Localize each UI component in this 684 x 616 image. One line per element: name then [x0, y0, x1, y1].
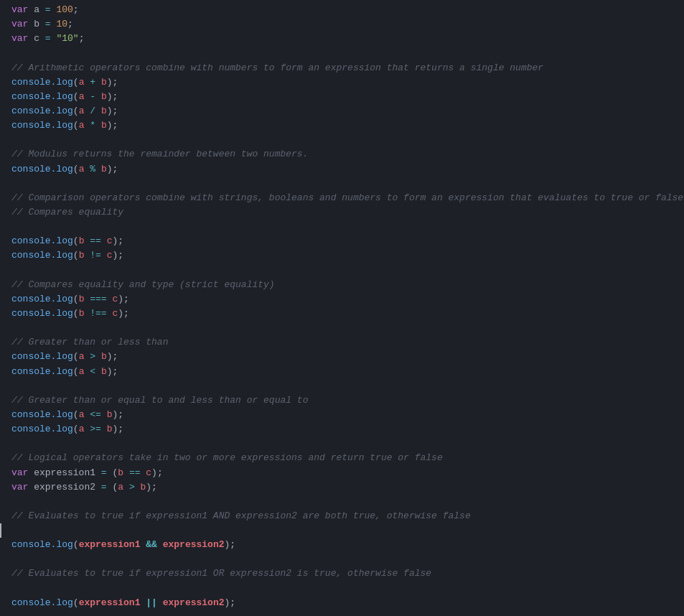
- token-fn: console.log: [11, 77, 73, 88]
- code-content: console.log(a < b);: [11, 365, 684, 379]
- token-plain: (: [73, 294, 79, 304]
- token-op: /: [90, 106, 95, 116]
- token-op: >: [129, 482, 135, 493]
- token-var-name: b: [101, 164, 107, 174]
- token-bold-var: expression1: [79, 539, 141, 550]
- code-content: var expression2 = (a > b);: [11, 480, 684, 495]
- token-plain: (: [73, 77, 79, 88]
- code-content: // Greater than or less than: [11, 335, 684, 350]
- token-plain: (: [73, 250, 79, 261]
- token-plain: [157, 597, 163, 608]
- code-line: [0, 263, 684, 278]
- code-content: [11, 610, 684, 616]
- token-plain: (: [73, 366, 79, 377]
- token-plain: (: [73, 91, 79, 102]
- code-content: [11, 263, 684, 278]
- token-plain: [95, 91, 101, 102]
- token-plain: a: [28, 4, 44, 15]
- token-op: <=: [90, 409, 101, 420]
- code-line: // Comparison operators combine with str…: [0, 191, 684, 205]
- token-op: ===: [90, 294, 106, 304]
- code-line: // Arithmetic operators combine with num…: [0, 61, 684, 75]
- token-op: =: [45, 4, 51, 15]
- token-comment: // Logical operators take in two or more…: [11, 452, 443, 463]
- token-var-name: b: [107, 424, 113, 434]
- token-plain: (: [107, 482, 118, 493]
- token-plain: );: [225, 539, 236, 550]
- token-fn: console.log: [11, 120, 73, 131]
- code-content: console.log(b != c);: [11, 248, 684, 263]
- token-plain: [135, 482, 141, 493]
- code-line: [0, 552, 684, 566]
- token-plain: );: [113, 424, 124, 434]
- token-op: +: [90, 77, 95, 88]
- token-comment: // Evaluates to true if expression1 OR e…: [11, 568, 431, 579]
- code-line: console.log(a % b);: [0, 162, 684, 177]
- code-line: // Evaluates to true if expression1 OR e…: [0, 566, 684, 581]
- token-fn: console.log: [11, 597, 73, 608]
- token-op: =: [101, 467, 107, 478]
- token-plain: [95, 164, 101, 174]
- token-plain: b: [28, 19, 44, 29]
- token-plain: [157, 539, 163, 550]
- code-content: console.log(b !== c);: [11, 307, 684, 321]
- code-content: console.log(a <= b);: [11, 408, 684, 422]
- token-comment: // Arithmetic operators combine with num…: [11, 62, 543, 73]
- token-plain: );: [107, 91, 118, 102]
- token-fn: console.log: [11, 539, 73, 550]
- token-op: !=: [90, 250, 101, 261]
- token-comment: // Greater than or less than: [11, 337, 168, 347]
- token-kw: var: [11, 33, 28, 44]
- code-content: [11, 437, 684, 451]
- token-var-name: c: [146, 467, 151, 478]
- code-content: // Compares equality and type (strict eq…: [11, 278, 684, 292]
- token-plain: [95, 120, 101, 131]
- code-line: console.log(a / b);: [0, 104, 684, 118]
- token-plain: );: [107, 77, 118, 88]
- code-content: [11, 552, 684, 566]
- code-content: // Comparison operators combine with str…: [11, 191, 684, 205]
- code-content: var a = 100;: [11, 3, 684, 17]
- code-editor: var a = 100;var b = 10;var c = "10"; // …: [0, 0, 684, 616]
- token-var-name: b: [101, 366, 107, 377]
- token-plain: );: [146, 482, 157, 493]
- code-content: console.log(a % b);: [11, 162, 684, 177]
- token-plain: );: [118, 308, 129, 319]
- token-kw: var: [11, 4, 28, 15]
- code-line: [0, 437, 684, 451]
- code-content: [11, 46, 684, 60]
- token-bold-var: expression2: [163, 539, 225, 550]
- token-plain: [95, 77, 101, 88]
- code-line: [0, 133, 684, 147]
- token-fn: console.log: [11, 424, 73, 434]
- token-var-name: b: [101, 91, 107, 102]
- token-op: =: [45, 19, 51, 29]
- code-line: var a = 100;: [0, 3, 684, 17]
- code-line: console.log(b === c);: [0, 292, 684, 307]
- code-content: [11, 581, 684, 595]
- token-fn: console.log: [11, 366, 73, 377]
- code-content: console.log(a > b);: [11, 350, 684, 364]
- token-comment: // Compares equality and type (strict eq…: [11, 279, 275, 290]
- token-op: *: [90, 120, 95, 131]
- token-comment: // Comparison operators combine with str…: [11, 192, 683, 203]
- token-plain: [123, 482, 129, 493]
- token-var-name: a: [118, 482, 123, 493]
- code-line: [0, 379, 684, 393]
- token-plain: );: [113, 235, 124, 246]
- code-line: // Logical operators take in two or more…: [0, 451, 684, 465]
- code-line: [0, 177, 684, 191]
- code-content: [11, 133, 684, 147]
- token-fn: console.log: [11, 351, 73, 362]
- token-plain: [123, 467, 129, 478]
- code-line: console.log(a + b);: [0, 75, 684, 90]
- token-fn: console.log: [11, 409, 73, 420]
- token-plain: (: [73, 351, 79, 362]
- code-line: console.log(a >= b);: [0, 422, 684, 437]
- code-content: console.log(a / b);: [11, 104, 684, 118]
- token-plain: (: [73, 424, 79, 434]
- token-num: 100: [56, 4, 72, 15]
- token-num: 10: [56, 19, 67, 29]
- token-plain: (: [73, 164, 79, 174]
- token-plain: );: [107, 164, 118, 174]
